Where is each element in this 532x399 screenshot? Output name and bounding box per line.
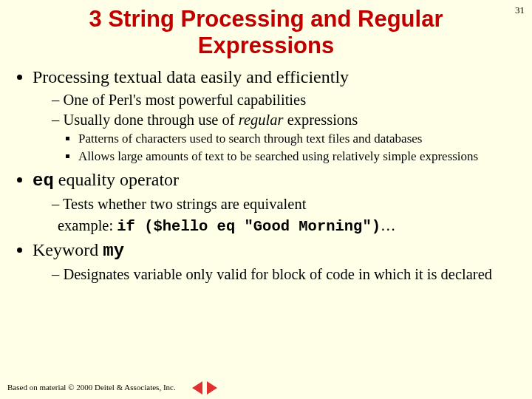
bullet-1b-sublist: Patterns of characters used to search th… xyxy=(62,131,519,164)
bullet-2-sublist: Tests whether two strings are equivalent xyxy=(37,195,519,214)
bullet-2-example: example: if ($hello eq "Good Morning")… xyxy=(58,216,519,236)
bullet-1-sublist: One of Perl's most powerful capabilities… xyxy=(37,91,519,164)
bullet-1b-ital: regular xyxy=(239,112,284,128)
bullet-3: Keyword my Designates variable only vali… xyxy=(33,239,519,284)
arrow-right-icon xyxy=(207,381,217,395)
example-tail: … xyxy=(381,217,396,233)
bullet-1b: Usually done through use of regular expr… xyxy=(52,111,519,164)
slide-title: 3 String Processing and Regular Expressi… xyxy=(43,6,489,58)
footer-text: Based on material © 2000 Deitel & Associ… xyxy=(7,383,176,392)
example-label: example: xyxy=(58,217,117,233)
bullet-2-rest: equality operator xyxy=(54,170,179,189)
bullet-2a: Tests whether two strings are equivalent xyxy=(52,195,519,214)
prev-button[interactable] xyxy=(192,381,202,395)
bullet-2: eq equality operator Tests whether two s… xyxy=(33,168,519,236)
arrow-left-icon xyxy=(192,381,202,395)
bullet-1b-pre: Usually done through use of xyxy=(63,112,238,128)
bullet-1b-post: expressions xyxy=(284,112,358,128)
page-number: 31 xyxy=(515,4,525,16)
bullet-2-code: eq xyxy=(33,171,54,191)
bullet-1a: One of Perl's most powerful capabilities xyxy=(52,91,519,109)
slide: 31 3 String Processing and Regular Expre… xyxy=(0,0,532,399)
next-button[interactable] xyxy=(207,381,217,395)
nav-arrows xyxy=(192,381,217,395)
example-code: if ($hello eq "Good Morning") xyxy=(117,218,381,235)
bullet-3-pre: Keyword xyxy=(33,240,103,259)
bullet-3a: Designates variable only valid for block… xyxy=(52,265,519,284)
bullet-1-text: Processing textual data easily and effic… xyxy=(33,67,349,86)
bullet-list: Processing textual data easily and effic… xyxy=(19,66,519,284)
bullet-1b-i: Patterns of characters used to search th… xyxy=(78,131,519,146)
bullet-3-sublist: Designates variable only valid for block… xyxy=(37,265,519,284)
bullet-3-code: my xyxy=(103,241,124,261)
bullet-1: Processing textual data easily and effic… xyxy=(33,66,519,164)
bullet-1b-ii: Allows large amounts of text to be searc… xyxy=(78,149,519,164)
